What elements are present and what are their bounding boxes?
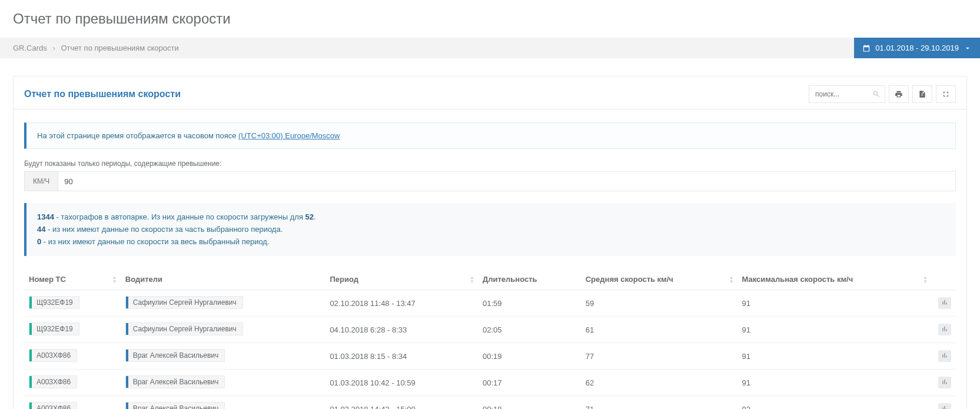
chevron-down-icon (964, 44, 972, 52)
col-period-label: Период (330, 275, 358, 284)
cell-duration: 00:18 (478, 396, 581, 409)
bar-chart-icon (941, 405, 948, 409)
driver-tag[interactable]: Враг Алексей Васильевич (125, 375, 225, 388)
driver-tag[interactable]: Враг Алексей Васильевич (125, 349, 225, 362)
panel-title: Отчет по превышениям скорости (24, 89, 181, 99)
row-chart-button[interactable] (938, 297, 951, 309)
row-chart-button[interactable] (938, 324, 951, 335)
search-icon (872, 90, 881, 98)
vehicle-tag[interactable]: А003ХФ86 (29, 402, 77, 409)
sort-icon: ▲▼ (470, 275, 474, 284)
stat-line1a: - тахографов в автопарке. Из них данные … (54, 212, 305, 221)
col-vehicle[interactable]: Номер ТС▲▼ (24, 269, 121, 290)
table-row: А003ХФ86Враг Алексей Васильевич01.03.201… (24, 370, 956, 396)
date-range-text: 01.01.2018 - 29.10.2019 (875, 44, 959, 52)
col-max-speed[interactable]: Максимальная скорость км/ч▲▼ (738, 269, 931, 290)
col-avg-speed[interactable]: Средняя скорость км/ч▲▼ (581, 269, 738, 290)
driver-name: Враг Алексей Васильевич (133, 351, 218, 360)
tag-bar (126, 297, 128, 308)
print-icon (895, 90, 903, 98)
breadcrumb: GR.Cards › Отчет по превышениям скорости (0, 38, 192, 58)
sort-icon: ▲▼ (923, 275, 928, 284)
timezone-note-prefix: На этой странице время отображается в ча… (37, 131, 238, 140)
table-row: Щ932ЕФ19Сафиулин Сергей Нургалиевич04.10… (24, 317, 956, 343)
tag-bar (29, 297, 32, 308)
cell-max-speed: 92 (738, 396, 931, 409)
col-max-label: Максимальная скорость км/ч (742, 275, 853, 284)
tag-bar (29, 350, 32, 361)
vehicle-tag[interactable]: Щ932ЕФ19 (29, 296, 79, 309)
tag-bar (126, 350, 128, 361)
cell-avg-speed: 62 (581, 370, 738, 396)
search-button[interactable] (868, 86, 885, 102)
col-vehicle-label: Номер ТС (29, 275, 66, 284)
breadcrumb-root[interactable]: GR.Cards (13, 44, 47, 52)
cell-period: 01.03.2018 14:42 - 15:00 (325, 396, 478, 409)
driver-tag[interactable]: Сафиулин Сергей Нургалиевич (125, 322, 243, 335)
breadcrumb-separator: › (52, 44, 55, 52)
tag-bar (29, 323, 32, 335)
vehicle-number: Щ932ЕФ19 (36, 298, 73, 307)
col-action (931, 269, 956, 290)
cell-period: 01.03.2018 8:15 - 8:34 (325, 343, 478, 370)
tag-bar (126, 323, 128, 335)
breadcrumb-bar: GR.Cards › Отчет по превышениям скорости… (0, 38, 980, 58)
stat-line3: - из них имеют данные по скорости за вес… (41, 237, 269, 246)
tag-bar (126, 403, 128, 409)
col-drivers-label: Водители (125, 275, 162, 284)
stat-total: 1344 (37, 212, 54, 221)
cell-max-speed: 91 (738, 290, 931, 317)
vehicle-number: А003ХФ86 (36, 404, 71, 409)
sort-icon: ▲▼ (112, 275, 117, 284)
driver-tag[interactable]: Враг Алексей Васильевич (125, 402, 225, 409)
col-avg-label: Средняя скорость км/ч (586, 275, 673, 284)
fullscreen-button[interactable] (936, 85, 956, 103)
table-row: А003ХФ86Враг Алексей Васильевич01.03.201… (24, 396, 956, 409)
page-title: Отчет по превышениям скорости (13, 11, 967, 27)
date-range-picker[interactable]: 01.01.2018 - 29.10.2019 (854, 38, 980, 58)
tag-bar (29, 376, 32, 388)
table-row: Щ932ЕФ19Сафиулин Сергей Нургалиевич02.10… (24, 290, 956, 317)
driver-name: Сафиулин Сергей Нургалиевич (133, 325, 237, 333)
threshold-input[interactable] (58, 171, 956, 191)
expand-icon (942, 90, 950, 98)
timezone-link[interactable]: (UTC+03:00) Europe/Moscow (238, 131, 340, 140)
stat-line2: - из них имеют данные по скорости за час… (45, 225, 283, 234)
col-drivers[interactable]: Водители (121, 269, 325, 290)
file-excel-icon (918, 90, 926, 98)
cell-avg-speed: 61 (581, 317, 738, 343)
export-excel-button[interactable] (912, 85, 932, 103)
bar-chart-icon (941, 325, 948, 334)
vehicle-tag[interactable]: А003ХФ86 (29, 349, 77, 362)
driver-name: Враг Алексей Васильевич (133, 378, 218, 386)
col-duration[interactable]: Длительность (478, 269, 581, 290)
search-wrap (809, 85, 885, 103)
vehicle-number: А003ХФ86 (36, 378, 71, 386)
data-table: Номер ТС▲▼ Водители Период▲▼ Длительност… (24, 269, 956, 409)
stat-loaded: 52 (305, 212, 314, 221)
table-header-row: Номер ТС▲▼ Водители Период▲▼ Длительност… (24, 269, 956, 290)
cell-max-speed: 91 (738, 343, 931, 370)
panel-header: Отчет по превышениям скорости (14, 77, 966, 109)
driver-name: Враг Алексей Васильевич (133, 404, 218, 409)
cell-period: 01.03.2018 10:42 - 10:59 (325, 370, 478, 396)
row-chart-button[interactable] (938, 403, 951, 409)
vehicle-tag[interactable]: А003ХФ86 (29, 375, 77, 388)
threshold-label: Будут показаны только периоды, содержащи… (24, 159, 956, 168)
cell-period: 02.10.2018 11:48 - 13:47 (325, 290, 478, 317)
timezone-note: На этой странице время отображается в ча… (24, 122, 956, 149)
threshold-unit: КМ/Ч (24, 171, 58, 191)
cell-duration: 02:05 (478, 317, 581, 343)
driver-tag[interactable]: Сафиулин Сергей Нургалиевич (125, 296, 243, 309)
report-panel: Отчет по превышениям скорости (13, 76, 967, 409)
vehicle-tag[interactable]: Щ932ЕФ19 (29, 322, 79, 335)
stat-line1b: . (314, 212, 316, 221)
panel-tools (809, 85, 956, 103)
table-row: А003ХФ86Враг Алексей Васильевич01.03.201… (24, 343, 956, 370)
row-chart-button[interactable] (938, 350, 951, 362)
print-button[interactable] (889, 85, 909, 103)
row-chart-button[interactable] (938, 377, 951, 388)
col-period[interactable]: Период▲▼ (325, 269, 478, 290)
cell-duration: 00:17 (478, 370, 581, 396)
search-input[interactable] (809, 86, 868, 102)
